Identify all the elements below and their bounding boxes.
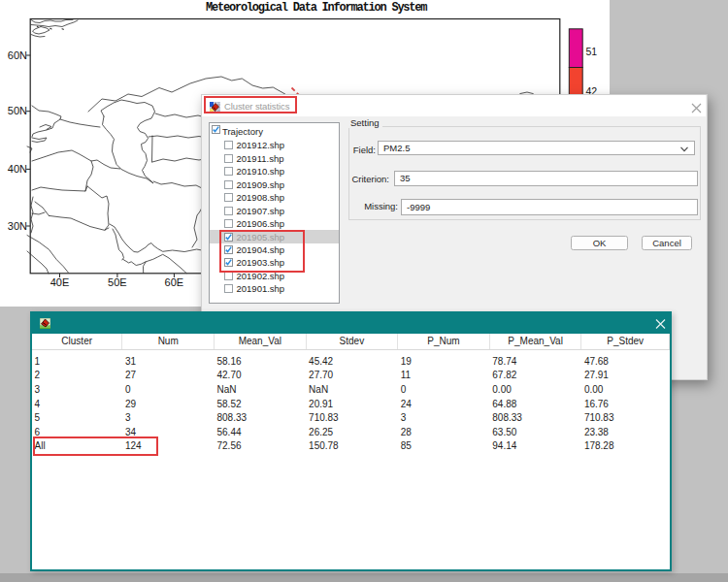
svg-text:51: 51 — [586, 46, 598, 57]
svg-text:50E: 50E — [108, 276, 127, 288]
svg-text:30N: 30N — [8, 220, 27, 232]
svg-text:40E: 40E — [50, 276, 70, 288]
svg-text:60E: 60E — [165, 276, 184, 288]
svg-text:60N: 60N — [8, 49, 27, 61]
svg-text:40N: 40N — [8, 163, 27, 175]
svg-text:50N: 50N — [8, 105, 27, 116]
